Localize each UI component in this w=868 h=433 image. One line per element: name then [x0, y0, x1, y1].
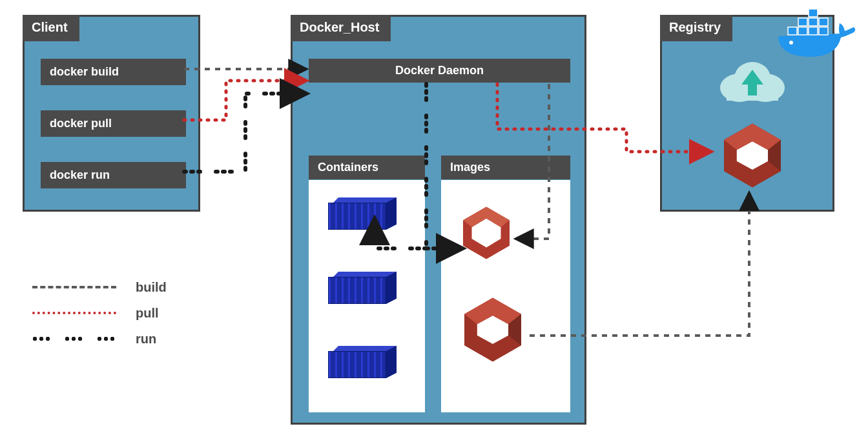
svg-rect-18 [798, 27, 807, 35]
pull-line-style-icon [32, 312, 116, 314]
docker-daemon-label: Docker Daemon [309, 59, 570, 83]
shipping-container-icon [328, 346, 399, 378]
build-line-style-icon [32, 286, 116, 288]
registry-title: Registry [660, 15, 732, 41]
svg-rect-23 [819, 18, 828, 26]
svg-rect-24 [809, 9, 818, 17]
docker-host-title: Docker_Host [291, 15, 391, 41]
docker-image-icon [457, 204, 515, 262]
docker-host-box: Docker_Host Docker Daemon Containers Ima… [291, 15, 586, 425]
docker-whale-icon [775, 5, 859, 66]
svg-rect-19 [809, 27, 818, 35]
legend-pull: pull [32, 300, 167, 326]
legend-run-label: run [136, 332, 156, 347]
cmd-docker-run: docker run [41, 162, 186, 188]
docker-architecture-diagram: Client docker build docker pull docker r… [0, 0, 868, 433]
shipping-container-icon [328, 272, 399, 304]
client-box: Client docker build docker pull docker r… [23, 15, 200, 212]
run-line-style-icon [32, 337, 116, 341]
connector-pull-client-to-daemon [184, 81, 305, 120]
cmd-docker-build: docker build [41, 59, 186, 85]
legend-pull-label: pull [136, 306, 159, 321]
images-label: Images [441, 156, 570, 179]
svg-point-16 [789, 41, 793, 45]
legend-build: build [32, 274, 167, 300]
legend: build pull run [32, 274, 167, 352]
docker-image-icon [717, 120, 788, 191]
svg-rect-20 [819, 27, 828, 35]
client-title: Client [23, 15, 79, 41]
connector-run-client-to-daemon [184, 94, 305, 172]
containers-label: Containers [309, 156, 425, 179]
cmd-docker-pull: docker pull [41, 110, 186, 137]
shipping-container-icon [328, 197, 399, 230]
svg-rect-17 [788, 27, 797, 35]
docker-image-icon [457, 294, 528, 365]
svg-rect-22 [809, 18, 818, 26]
legend-run: run [32, 326, 167, 352]
svg-rect-21 [798, 18, 807, 26]
legend-build-label: build [136, 280, 167, 295]
